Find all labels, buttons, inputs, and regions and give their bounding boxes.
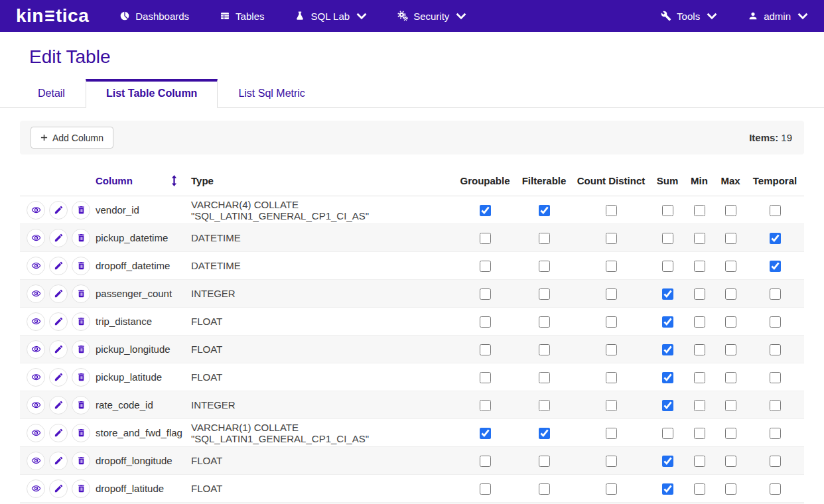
max-checkbox[interactable] [725,400,736,411]
filterable-checkbox[interactable] [539,456,550,467]
max-checkbox[interactable] [725,456,736,467]
filterable-checkbox[interactable] [539,372,550,383]
nav-admin[interactable]: admin [748,11,808,22]
groupable-checkbox[interactable] [480,261,491,272]
count_distinct-checkbox[interactable] [606,288,617,300]
delete-column-button[interactable] [72,284,90,303]
count_distinct-checkbox[interactable] [606,456,617,467]
edit-column-button[interactable] [49,257,68,275]
delete-column-button[interactable] [72,452,90,470]
min-checkbox[interactable] [694,344,705,355]
nav-dashboards[interactable]: Dashboards [119,11,189,22]
sum-checkbox[interactable] [662,233,673,244]
view-column-button[interactable] [27,229,45,247]
min-checkbox[interactable] [694,205,705,216]
groupable-checkbox[interactable] [480,344,491,355]
groupable-checkbox[interactable] [480,288,491,300]
count_distinct-checkbox[interactable] [606,400,617,411]
max-checkbox[interactable] [725,233,736,244]
edit-column-button[interactable] [49,368,68,387]
groupable-checkbox[interactable] [480,400,491,411]
view-column-button[interactable] [27,368,45,387]
delete-column-button[interactable] [72,229,90,247]
groupable-checkbox[interactable] [480,316,491,328]
groupable-checkbox[interactable] [480,483,491,495]
temporal-checkbox[interactable] [770,205,781,216]
sum-checkbox[interactable] [662,316,673,328]
edit-column-button[interactable] [49,340,68,359]
count_distinct-checkbox[interactable] [606,483,617,495]
temporal-checkbox[interactable] [770,288,781,300]
tab-detail[interactable]: Detail [17,79,86,108]
min-checkbox[interactable] [694,233,705,244]
max-checkbox[interactable] [725,261,736,272]
filterable-checkbox[interactable] [539,288,550,300]
column-header-label[interactable]: Column [96,175,133,186]
filterable-checkbox[interactable] [539,316,550,328]
filterable-checkbox[interactable] [539,261,550,272]
min-checkbox[interactable] [694,428,705,439]
max-checkbox[interactable] [725,316,736,328]
temporal-checkbox[interactable] [770,483,781,495]
edit-column-button[interactable] [49,229,68,247]
min-checkbox[interactable] [694,456,705,467]
delete-column-button[interactable] [72,424,90,442]
sum-checkbox[interactable] [662,205,673,216]
edit-column-button[interactable] [49,424,68,442]
view-column-button[interactable] [27,452,45,470]
edit-column-button[interactable] [49,452,68,470]
sort-updown-icon[interactable] [171,175,178,186]
min-checkbox[interactable] [694,261,705,272]
sum-checkbox[interactable] [662,372,673,383]
sort-column-control[interactable]: Column [89,175,182,186]
edit-column-button[interactable] [49,312,68,331]
min-checkbox[interactable] [694,316,705,328]
edit-column-button[interactable] [49,284,68,303]
view-column-button[interactable] [27,312,45,331]
filterable-checkbox[interactable] [539,483,550,495]
nav-tools[interactable]: Tools [661,11,717,22]
sum-checkbox[interactable] [662,400,673,411]
tab-list-table-column[interactable]: List Table Column [86,79,218,108]
temporal-checkbox[interactable] [770,400,781,411]
filterable-checkbox[interactable] [539,344,550,355]
min-checkbox[interactable] [694,483,705,495]
sum-checkbox[interactable] [662,456,673,467]
edit-column-button[interactable] [49,396,68,414]
max-checkbox[interactable] [725,372,736,383]
view-column-button[interactable] [27,424,45,442]
max-checkbox[interactable] [725,344,736,355]
max-checkbox[interactable] [725,483,736,495]
filterable-checkbox[interactable] [539,233,550,244]
count_distinct-checkbox[interactable] [606,428,617,439]
min-checkbox[interactable] [694,400,705,411]
view-column-button[interactable] [27,284,45,303]
view-column-button[interactable] [27,340,45,359]
count_distinct-checkbox[interactable] [606,316,617,328]
groupable-checkbox[interactable] [480,205,491,216]
groupable-checkbox[interactable] [480,456,491,467]
tab-list-sql-metric[interactable]: List Sql Metric [218,79,325,108]
nav-security[interactable]: Security [397,11,466,22]
sum-checkbox[interactable] [662,344,673,355]
view-column-button[interactable] [27,201,45,220]
delete-column-button[interactable] [72,479,90,498]
filterable-checkbox[interactable] [539,400,550,411]
view-column-button[interactable] [27,257,45,275]
min-checkbox[interactable] [694,288,705,300]
edit-column-button[interactable] [49,201,68,220]
count_distinct-checkbox[interactable] [606,233,617,244]
temporal-checkbox[interactable] [770,372,781,383]
count_distinct-checkbox[interactable] [606,205,617,216]
delete-column-button[interactable] [72,396,90,414]
count_distinct-checkbox[interactable] [606,261,617,272]
nav-sql-lab[interactable]: SQL Lab [295,11,367,22]
min-checkbox[interactable] [694,372,705,383]
filterable-checkbox[interactable] [539,205,550,216]
sum-checkbox[interactable] [662,288,673,300]
max-checkbox[interactable] [725,205,736,216]
temporal-checkbox[interactable] [770,456,781,467]
delete-column-button[interactable] [72,340,90,359]
groupable-checkbox[interactable] [480,428,491,439]
view-column-button[interactable] [27,479,45,498]
